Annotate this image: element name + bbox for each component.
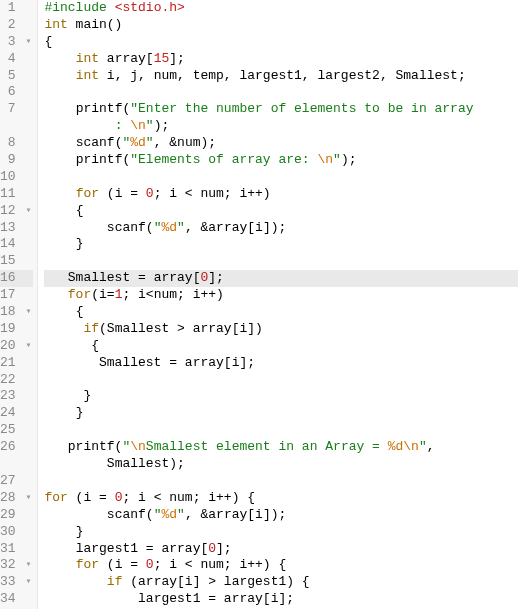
token: (i = [99,186,146,201]
code-line[interactable]: int array[15]; [44,51,518,68]
line-number: 3 ▾ [0,34,33,51]
code-line[interactable]: { [44,338,518,355]
fold-icon [23,118,31,135]
token: } [76,236,84,251]
line-number: 4 [0,51,33,68]
fold-icon [23,152,31,169]
line-number: 31 [0,541,33,558]
fold-icon [23,591,31,608]
code-line[interactable]: : \n"); [44,118,518,135]
code-line[interactable]: for(i=1; i<num; i++) [44,287,518,304]
line-number: 7 [0,101,33,118]
token: } [76,405,84,420]
token: ; i < num; i++) { [122,490,255,505]
fold-icon [23,0,31,17]
fold-icon: ▾ [23,34,31,51]
code-line[interactable] [44,422,518,439]
fold-icon [23,101,31,118]
line-number: 17 [0,287,33,304]
code-line[interactable] [44,372,518,389]
line-number: 5 [0,68,33,85]
line-number: 16 [0,270,33,287]
token: Smallest = array[i]; [99,355,255,370]
code-line[interactable]: if (array[i] > largest1) { [44,574,518,591]
code-area[interactable]: #include <stdio.h>int main(){ int array[… [38,0,518,609]
code-line[interactable]: int i, j, num, temp, largest1, largest2,… [44,68,518,85]
code-line[interactable]: { [44,203,518,220]
token: (Smallest > array[i]) [99,321,263,336]
code-line[interactable]: largest1 = array[i]; [44,591,518,608]
code-line[interactable]: printf("Enter the number of elements to … [44,101,518,118]
code-line[interactable] [44,473,518,490]
line-number: 8 [0,135,33,152]
token: , &array[i]); [185,220,286,235]
gutter: 1 2 3 ▾ 4 5 6 7 8 9 10 11 12 ▾13 14 15 1… [0,0,38,609]
token: for [68,287,91,302]
fold-icon [23,287,31,304]
line-number [0,118,33,135]
code-line[interactable] [44,253,518,270]
code-line[interactable]: { [44,304,518,321]
token: ; i < num; i++) [154,186,271,201]
token: %d [130,135,146,150]
code-line[interactable]: Smallest = array[0]; [44,270,518,287]
code-line[interactable]: if(Smallest > array[i]) [44,321,518,338]
code-line[interactable]: scanf("%d", &num); [44,135,518,152]
line-number: 33 ▾ [0,574,33,591]
code-line[interactable] [44,84,518,101]
token: " [419,439,427,454]
token: int [44,17,67,32]
fold-icon [23,236,31,253]
fold-icon [23,169,31,186]
code-line[interactable]: } [44,405,518,422]
line-number: 14 [0,236,33,253]
fold-icon [23,270,31,287]
token: %d [161,220,177,235]
token: (i = [99,557,146,572]
code-line[interactable]: largest1 = array[0]; [44,541,518,558]
token: "Enter the number of elements to be in a… [130,101,473,116]
code-line[interactable]: printf("\nSmallest element in an Array =… [44,439,518,456]
fold-icon [23,355,31,372]
token: scanf( [107,220,154,235]
code-line[interactable]: } [44,524,518,541]
code-line[interactable]: for (i = 0; i < num; i++) [44,186,518,203]
token: 0 [208,541,216,556]
token: Smallest element in an Array = [146,439,388,454]
code-line[interactable]: { [44,34,518,51]
fold-icon [23,422,31,439]
token: printf( [76,101,131,116]
code-line[interactable]: } [44,236,518,253]
token: } [83,388,91,403]
code-line[interactable]: printf("Elements of array are: \n"); [44,152,518,169]
line-number: 1 [0,0,33,17]
code-line[interactable]: scanf("%d", &array[i]); [44,220,518,237]
code-line[interactable]: #include <stdio.h> [44,0,518,17]
token: ]; [208,270,224,285]
code-line[interactable]: Smallest = array[i]; [44,355,518,372]
token: , &num); [154,135,216,150]
token: ]; [169,51,185,66]
code-line[interactable] [44,169,518,186]
token: printf( [76,152,131,167]
fold-icon [23,220,31,237]
fold-icon [23,372,31,389]
fold-icon [23,253,31,270]
code-line[interactable]: Smallest); [44,456,518,473]
line-number: 19 [0,321,33,338]
code-line[interactable]: for (i = 0; i < num; i++) { [44,557,518,574]
token: { [91,338,99,353]
line-number: 25 [0,422,33,439]
token: " [333,152,341,167]
line-number: 21 [0,355,33,372]
code-line[interactable]: int main() [44,17,518,34]
fold-icon [23,456,31,473]
token: main() [68,17,123,32]
code-line[interactable]: scanf("%d", &array[i]); [44,507,518,524]
token: Smallest = array[ [68,270,201,285]
line-number: 28 ▾ [0,490,33,507]
fold-icon [23,541,31,558]
code-line[interactable]: } [44,388,518,405]
token: 0 [146,557,154,572]
code-line[interactable]: for (i = 0; i < num; i++) { [44,490,518,507]
